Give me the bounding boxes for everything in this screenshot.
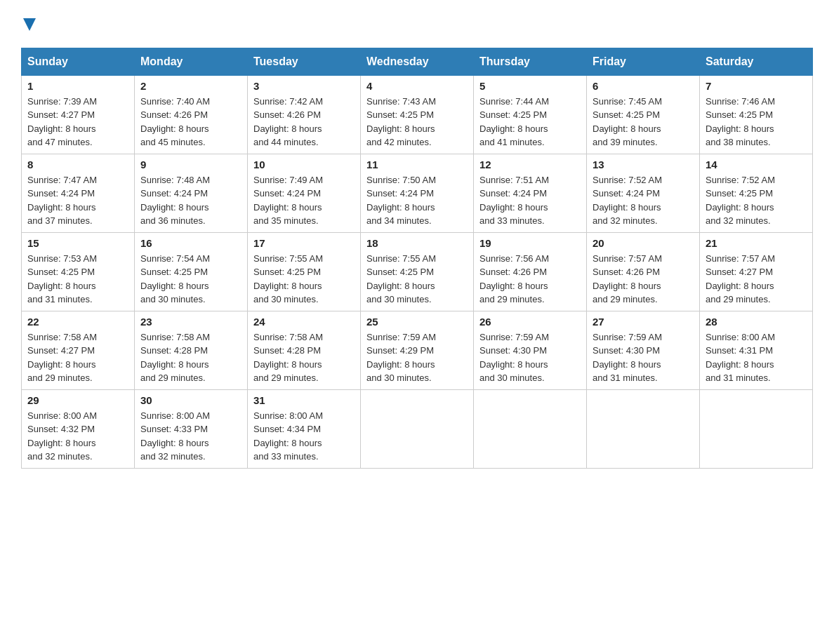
day-info: Sunrise: 7:58 AM Sunset: 4:28 PM Dayligh… bbox=[140, 330, 241, 385]
day-number: 17 bbox=[253, 237, 355, 249]
day-info: Sunrise: 7:56 AM Sunset: 4:26 PM Dayligh… bbox=[479, 252, 581, 307]
page-header bbox=[21, 14, 813, 34]
day-number: 27 bbox=[593, 316, 694, 328]
logo-triangle-icon bbox=[23, 18, 36, 34]
calendar-cell: 28 Sunrise: 8:00 AM Sunset: 4:31 PM Dayl… bbox=[700, 311, 813, 389]
day-info: Sunrise: 8:00 AM Sunset: 4:33 PM Dayligh… bbox=[140, 409, 241, 464]
day-number: 2 bbox=[140, 80, 241, 92]
day-number: 15 bbox=[27, 237, 128, 249]
calendar-cell: 2 Sunrise: 7:40 AM Sunset: 4:26 PM Dayli… bbox=[135, 75, 248, 154]
calendar-cell: 13 Sunrise: 7:52 AM Sunset: 4:24 PM Dayl… bbox=[587, 154, 700, 232]
calendar-cell: 10 Sunrise: 7:49 AM Sunset: 4:24 PM Dayl… bbox=[248, 154, 361, 232]
calendar-cell: 30 Sunrise: 8:00 AM Sunset: 4:33 PM Dayl… bbox=[135, 389, 248, 468]
day-info: Sunrise: 8:00 AM Sunset: 4:31 PM Dayligh… bbox=[706, 330, 807, 385]
calendar-cell: 7 Sunrise: 7:46 AM Sunset: 4:25 PM Dayli… bbox=[700, 75, 813, 154]
day-number: 9 bbox=[140, 159, 241, 170]
calendar-cell: 24 Sunrise: 7:58 AM Sunset: 4:28 PM Dayl… bbox=[248, 311, 361, 389]
day-info: Sunrise: 7:43 AM Sunset: 4:25 PM Dayligh… bbox=[366, 95, 468, 149]
day-info: Sunrise: 7:54 AM Sunset: 4:25 PM Dayligh… bbox=[140, 252, 241, 307]
calendar-cell: 18 Sunrise: 7:55 AM Sunset: 4:25 PM Dayl… bbox=[361, 232, 474, 311]
day-info: Sunrise: 7:59 AM Sunset: 4:29 PM Dayligh… bbox=[366, 330, 468, 385]
day-info: Sunrise: 7:53 AM Sunset: 4:25 PM Dayligh… bbox=[27, 252, 128, 307]
calendar-table: SundayMondayTuesdayWednesdayThursdayFrid… bbox=[21, 48, 813, 469]
day-info: Sunrise: 7:47 AM Sunset: 4:24 PM Dayligh… bbox=[27, 173, 128, 228]
calendar-cell: 3 Sunrise: 7:42 AM Sunset: 4:26 PM Dayli… bbox=[248, 75, 361, 154]
calendar-cell: 19 Sunrise: 7:56 AM Sunset: 4:26 PM Dayl… bbox=[474, 232, 587, 311]
calendar-header-row: SundayMondayTuesdayWednesdayThursdayFrid… bbox=[22, 48, 813, 75]
day-info: Sunrise: 7:55 AM Sunset: 4:25 PM Dayligh… bbox=[366, 252, 468, 307]
day-of-week-header: Wednesday bbox=[361, 48, 474, 75]
calendar-cell: 25 Sunrise: 7:59 AM Sunset: 4:29 PM Dayl… bbox=[361, 311, 474, 389]
day-number: 16 bbox=[140, 237, 241, 249]
day-info: Sunrise: 7:45 AM Sunset: 4:25 PM Dayligh… bbox=[593, 95, 694, 149]
calendar-cell: 11 Sunrise: 7:50 AM Sunset: 4:24 PM Dayl… bbox=[361, 154, 474, 232]
day-number: 31 bbox=[253, 394, 355, 406]
calendar-cell bbox=[587, 389, 700, 468]
calendar-cell: 21 Sunrise: 7:57 AM Sunset: 4:27 PM Dayl… bbox=[700, 232, 813, 311]
calendar-week-row: 22 Sunrise: 7:58 AM Sunset: 4:27 PM Dayl… bbox=[22, 311, 813, 389]
calendar-cell: 9 Sunrise: 7:48 AM Sunset: 4:24 PM Dayli… bbox=[135, 154, 248, 232]
day-number: 19 bbox=[479, 237, 581, 249]
day-info: Sunrise: 7:57 AM Sunset: 4:27 PM Dayligh… bbox=[706, 252, 807, 307]
day-info: Sunrise: 7:44 AM Sunset: 4:25 PM Dayligh… bbox=[479, 95, 581, 149]
calendar-cell bbox=[474, 389, 587, 468]
calendar-week-row: 1 Sunrise: 7:39 AM Sunset: 4:27 PM Dayli… bbox=[22, 75, 813, 154]
day-number: 12 bbox=[479, 159, 581, 170]
day-number: 14 bbox=[706, 159, 807, 170]
day-info: Sunrise: 7:39 AM Sunset: 4:27 PM Dayligh… bbox=[27, 95, 128, 149]
calendar-cell: 14 Sunrise: 7:52 AM Sunset: 4:25 PM Dayl… bbox=[700, 154, 813, 232]
calendar-cell: 12 Sunrise: 7:51 AM Sunset: 4:24 PM Dayl… bbox=[474, 154, 587, 232]
day-info: Sunrise: 7:57 AM Sunset: 4:26 PM Dayligh… bbox=[593, 252, 694, 307]
day-info: Sunrise: 7:40 AM Sunset: 4:26 PM Dayligh… bbox=[140, 95, 241, 149]
calendar-cell: 4 Sunrise: 7:43 AM Sunset: 4:25 PM Dayli… bbox=[361, 75, 474, 154]
day-number: 10 bbox=[253, 159, 355, 170]
calendar-cell: 27 Sunrise: 7:59 AM Sunset: 4:30 PM Dayl… bbox=[587, 311, 700, 389]
day-info: Sunrise: 8:00 AM Sunset: 4:34 PM Dayligh… bbox=[253, 409, 355, 464]
day-number: 1 bbox=[27, 80, 128, 92]
day-info: Sunrise: 7:49 AM Sunset: 4:24 PM Dayligh… bbox=[253, 173, 355, 228]
calendar-cell: 29 Sunrise: 8:00 AM Sunset: 4:32 PM Dayl… bbox=[22, 389, 135, 468]
day-info: Sunrise: 7:59 AM Sunset: 4:30 PM Dayligh… bbox=[593, 330, 694, 385]
day-number: 11 bbox=[366, 159, 468, 170]
day-number: 21 bbox=[706, 237, 807, 249]
day-of-week-header: Saturday bbox=[700, 48, 813, 75]
calendar-cell: 22 Sunrise: 7:58 AM Sunset: 4:27 PM Dayl… bbox=[22, 311, 135, 389]
calendar-cell: 17 Sunrise: 7:55 AM Sunset: 4:25 PM Dayl… bbox=[248, 232, 361, 311]
day-of-week-header: Monday bbox=[135, 48, 248, 75]
day-number: 13 bbox=[593, 159, 694, 170]
day-of-week-header: Tuesday bbox=[248, 48, 361, 75]
logo bbox=[21, 14, 36, 34]
day-number: 24 bbox=[253, 316, 355, 328]
calendar-cell bbox=[361, 389, 474, 468]
calendar-cell: 20 Sunrise: 7:57 AM Sunset: 4:26 PM Dayl… bbox=[587, 232, 700, 311]
day-number: 5 bbox=[479, 80, 581, 92]
day-number: 7 bbox=[706, 80, 807, 92]
calendar-cell: 31 Sunrise: 8:00 AM Sunset: 4:34 PM Dayl… bbox=[248, 389, 361, 468]
calendar-cell: 15 Sunrise: 7:53 AM Sunset: 4:25 PM Dayl… bbox=[22, 232, 135, 311]
day-info: Sunrise: 7:46 AM Sunset: 4:25 PM Dayligh… bbox=[706, 95, 807, 149]
day-number: 4 bbox=[366, 80, 468, 92]
day-info: Sunrise: 7:58 AM Sunset: 4:27 PM Dayligh… bbox=[27, 330, 128, 385]
calendar-cell: 6 Sunrise: 7:45 AM Sunset: 4:25 PM Dayli… bbox=[587, 75, 700, 154]
day-info: Sunrise: 7:55 AM Sunset: 4:25 PM Dayligh… bbox=[253, 252, 355, 307]
day-info: Sunrise: 7:59 AM Sunset: 4:30 PM Dayligh… bbox=[479, 330, 581, 385]
calendar-cell bbox=[700, 389, 813, 468]
day-of-week-header: Friday bbox=[587, 48, 700, 75]
day-number: 30 bbox=[140, 394, 241, 406]
svg-marker-0 bbox=[23, 18, 36, 31]
day-number: 8 bbox=[27, 159, 128, 170]
calendar-week-row: 8 Sunrise: 7:47 AM Sunset: 4:24 PM Dayli… bbox=[22, 154, 813, 232]
calendar-cell: 26 Sunrise: 7:59 AM Sunset: 4:30 PM Dayl… bbox=[474, 311, 587, 389]
day-info: Sunrise: 7:52 AM Sunset: 4:24 PM Dayligh… bbox=[593, 173, 694, 228]
calendar-cell: 8 Sunrise: 7:47 AM Sunset: 4:24 PM Dayli… bbox=[22, 154, 135, 232]
day-number: 23 bbox=[140, 316, 241, 328]
day-info: Sunrise: 8:00 AM Sunset: 4:32 PM Dayligh… bbox=[27, 409, 128, 464]
calendar-week-row: 29 Sunrise: 8:00 AM Sunset: 4:32 PM Dayl… bbox=[22, 389, 813, 468]
day-info: Sunrise: 7:48 AM Sunset: 4:24 PM Dayligh… bbox=[140, 173, 241, 228]
day-info: Sunrise: 7:58 AM Sunset: 4:28 PM Dayligh… bbox=[253, 330, 355, 385]
day-of-week-header: Sunday bbox=[22, 48, 135, 75]
day-number: 26 bbox=[479, 316, 581, 328]
calendar-cell: 16 Sunrise: 7:54 AM Sunset: 4:25 PM Dayl… bbox=[135, 232, 248, 311]
calendar-week-row: 15 Sunrise: 7:53 AM Sunset: 4:25 PM Dayl… bbox=[22, 232, 813, 311]
day-number: 22 bbox=[27, 316, 128, 328]
